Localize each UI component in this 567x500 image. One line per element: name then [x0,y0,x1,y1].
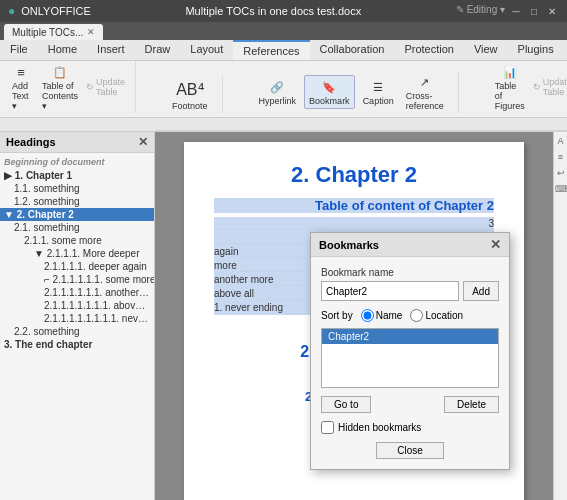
close-modal-btn[interactable]: Close [376,442,444,459]
sort-name-label[interactable]: Name [361,309,403,322]
sort-location-radio[interactable] [410,309,423,322]
sidebar-item-2-1[interactable]: 2.1. something [0,221,154,234]
minimize-btn[interactable]: ─ [509,4,523,18]
app-name: ONLYOFFICE [21,5,90,17]
cross-ref-btn[interactable]: ↗ Cross-reference [402,71,448,113]
delete-btn[interactable]: Delete [444,396,499,413]
document-tab[interactable]: Multiple TOCs... ✕ [4,24,103,40]
toc-group: ≡ Add Text ▾ 📋 Table ofContents ▾ ↻ Upda… [8,61,136,113]
toc-row-5-label: another more [214,274,273,286]
sort-row: Sort by Name Location [321,309,499,322]
hyperlink-icon: 🔗 [268,78,286,96]
right-panel: A ≡ ↩ ⌨ [553,132,567,500]
bookmark-name-input[interactable] [321,281,459,301]
sidebar-item-chapter1[interactable]: ▶ 1. Chapter 1 [0,169,154,182]
caption-btn[interactable]: ☰ Caption [359,76,398,108]
tab-close-icon[interactable]: ✕ [87,27,95,37]
right-icon-2[interactable]: ≡ [555,152,567,164]
goto-btn[interactable]: Go to [321,396,371,413]
hidden-bookmarks-label: Hidden bookmarks [338,422,421,433]
add-text-btn[interactable]: ≡ Add Text ▾ [8,61,34,113]
ribbon: File Home Insert Draw Layout References … [0,40,567,118]
sort-label: Sort by [321,310,353,321]
cross-ref-label: Cross-reference [406,91,444,111]
toc-label: Table ofContents ▾ [42,81,78,111]
ribbon-content: ≡ Add Text ▾ 📋 Table ofContents ▾ ↻ Upda… [0,61,567,117]
editing-label[interactable]: ✎ Editing ▾ [456,4,505,18]
sidebar-item-2-1-1-1-1[interactable]: 2.1.1.1.1. deeper again [0,260,154,273]
headings-panel-header: Headings ✕ [0,132,154,153]
tab-draw[interactable]: Draw [135,40,181,60]
modal-action-row: Go to Delete [321,396,499,413]
hidden-bookmarks-row: Hidden bookmarks [321,421,499,434]
tab-plugins[interactable]: Plugins [508,40,564,60]
right-icon-1[interactable]: A [555,136,567,148]
bookmark-btn[interactable]: 🔖 Bookmark [304,75,355,109]
chapter-title: 2. Chapter 2 [214,162,494,188]
tab-home[interactable]: Home [38,40,87,60]
toc-row-3-label: again [214,246,238,258]
sort-name-text: Name [376,310,403,321]
add-bookmark-btn[interactable]: Add [463,281,499,301]
right-icon-4[interactable]: ⌨ [555,184,567,196]
bookmark-list[interactable]: Chapter2 [321,328,499,388]
update-table-icon: ↻ [86,82,94,92]
tab-label: Multiple TOCs... [12,27,83,38]
sidebar-item-never-ending[interactable]: 2.1.1.1.1.1.1.1.1. never ending [0,312,154,325]
sort-location-label[interactable]: Location [410,309,463,322]
close-btn[interactable]: ✕ [545,4,559,18]
right-icon-3[interactable]: ↩ [555,168,567,180]
toc-row-4-label: more [214,260,237,272]
sort-location-text: Location [425,310,463,321]
bookmark-icon: 🔖 [320,78,338,96]
maximize-btn[interactable]: □ [527,4,541,18]
sidebar-item-1-2[interactable]: 1.2. something [0,195,154,208]
sidebar-item-2-1-1-1[interactable]: ▼ 2.1.1.1. More deeper [0,247,154,260]
headings-panel: Headings ✕ Beginning of document ▶ 1. Ch… [0,132,155,500]
toc-icon: 📋 [51,63,69,81]
bookmark-list-item[interactable]: Chapter2 [322,329,498,344]
toc-row-7-label: 1. never ending [214,302,283,314]
toc-row-1-dots [217,218,476,230]
bookmark-name-label: Bookmark name [321,267,499,278]
headings-close-icon[interactable]: ✕ [138,135,148,149]
hidden-bookmarks-checkbox[interactable] [321,421,334,434]
footnote-group: AB⁴ Footnote [168,75,223,113]
footnote-btn[interactable]: AB⁴ Footnote [168,75,212,113]
tab-layout[interactable]: Layout [180,40,233,60]
links-group: 🔗 Hyperlink 🔖 Bookmark ☰ Caption ↗ Cross… [255,71,459,113]
sidebar-item-chapter2[interactable]: ▼ 2. Chapter 2 [0,208,154,221]
toc-group-items: ≡ Add Text ▾ 📋 Table ofContents ▾ ↻ Upda… [8,61,125,113]
ruler-inner [155,118,567,132]
sidebar-item-2-2[interactable]: 2.2. something [0,325,154,338]
hyperlink-label: Hyperlink [259,96,297,106]
modal-close-icon[interactable]: ✕ [490,237,501,252]
sidebar-beginning[interactable]: Beginning of document [0,155,154,169]
update-tof-label: Update Table [543,77,567,97]
main-area: Headings ✕ Beginning of document ▶ 1. Ch… [0,132,567,500]
headings-list: Beginning of document ▶ 1. Chapter 1 1.1… [0,153,154,500]
tab-insert[interactable]: Insert [87,40,135,60]
sidebar-item-above-all[interactable]: 2.1.1.1.1.1.1.1. above all [0,299,154,312]
table-of-contents-btn[interactable]: 📋 Table ofContents ▾ [38,61,82,113]
tab-view[interactable]: View [464,40,508,60]
sort-name-radio[interactable] [361,309,374,322]
sidebar-item-1-1[interactable]: 1.1. something [0,182,154,195]
sidebar-item-2-1-1[interactable]: 2.1.1. some more [0,234,154,247]
sidebar-item-2-1-1-1-1-1[interactable]: ⌐ 2.1.1.1.1.1. some more [0,273,154,286]
toc-row-6-label: above all [214,288,254,300]
tab-protection[interactable]: Protection [394,40,464,60]
modal-title-bar: Bookmarks ✕ [311,233,509,257]
caption-label: Caption [363,96,394,106]
document-area[interactable]: 2. Chapter 2 Table of content of Chapter… [155,132,553,500]
sidebar-item-end-chapter[interactable]: 3. The end chapter [0,338,154,351]
tab-collaboration[interactable]: Collaboration [310,40,395,60]
sidebar-item-another-more[interactable]: 2.1.1.1.1.1.1. another more [0,286,154,299]
tab-references[interactable]: References [233,40,309,60]
document-title: Multiple TOCs in one docs test.docx [185,5,361,17]
add-text-icon: ≡ [12,63,30,81]
hyperlink-btn[interactable]: 🔗 Hyperlink [255,76,301,108]
table-of-figures-btn[interactable]: 📊 Table of Figures [491,61,529,113]
update-tof-icon: ↻ [533,82,541,92]
tab-file[interactable]: File [0,40,38,60]
